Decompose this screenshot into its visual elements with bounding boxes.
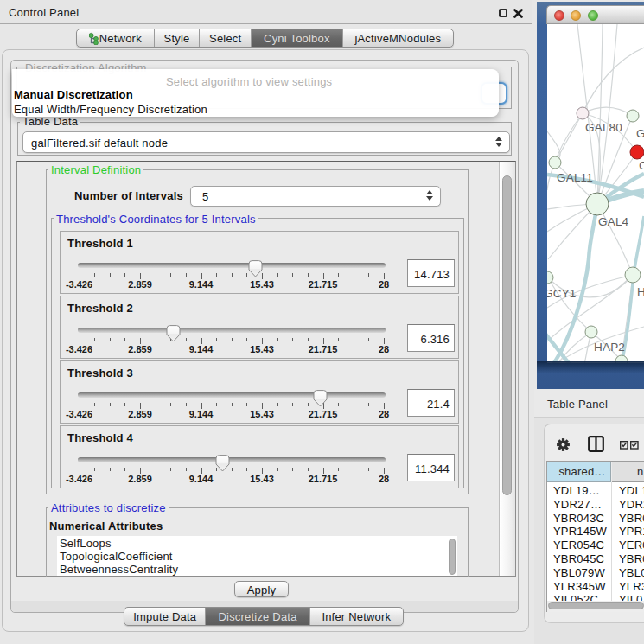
svg-text:GCY1: GCY1 xyxy=(547,287,577,300)
svg-text:GAL80: GAL80 xyxy=(585,121,622,134)
svg-text:CY: CY xyxy=(639,159,644,172)
svg-text:GAL4: GAL4 xyxy=(598,215,629,228)
svg-text:GAL11: GAL11 xyxy=(557,171,593,184)
svg-text:HAP2: HAP2 xyxy=(594,341,625,354)
svg-text:GA: GA xyxy=(636,127,644,140)
svg-text:HA: HA xyxy=(637,285,644,298)
